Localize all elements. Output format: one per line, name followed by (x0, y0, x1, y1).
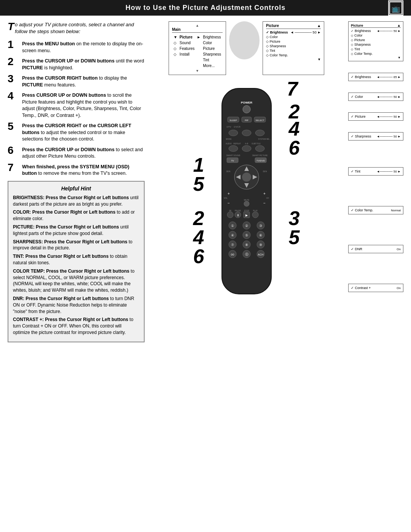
svg-text:⑨: ⑨ (259, 243, 262, 247)
menu-screens-top: ▲ Main ▼Picture►Brightness ◇SoundColor ◇… (148, 21, 344, 75)
hint-color: COLOR: Press the Cursor Right or Left bu… (13, 209, 139, 222)
step-1-number: 1 (8, 39, 19, 50)
step-2-bold: Press the CURSOR UP or DOWN buttons (22, 58, 115, 64)
svg-text:⊙VCR: ⊙VCR (234, 126, 241, 128)
main-content: T o adjust your TV picture controls, sel… (0, 16, 411, 532)
svg-text:①: ① (231, 224, 234, 228)
panel-brightness-item: ✓Brightness ◄────── 50 ► (351, 29, 401, 33)
left-column: T o adjust your TV picture controls, sel… (8, 21, 145, 532)
svg-text:CH: CH (266, 197, 269, 199)
step-4-number: 4 (8, 91, 19, 101)
big-num-4b: 4 (193, 227, 204, 247)
contrast-row: ✓ Contrast + On (351, 285, 401, 291)
main-menu-box: ▲ Main ▼Picture►Brightness ◇SoundColor ◇… (169, 21, 226, 75)
step-5-content: Press the CURSOR RIGHT or the CURSOR LEF… (22, 123, 145, 143)
svg-text:−: − (228, 201, 230, 205)
steps-list: 1 Press the MENU button on the remote to… (8, 41, 145, 177)
sharpness-50-row: ✓ Sharpness ◄────── 50 ► (351, 134, 401, 139)
step-7-bold: When finished, press the SYSTEM MENU (OS… (22, 164, 129, 176)
svg-text:SK: SK (229, 209, 231, 212)
step-3-content: Press the CURSOR RIGHT button to display… (22, 75, 145, 88)
step-3: 3 Press the CURSOR RIGHT button to displ… (8, 75, 145, 88)
panel-color-item: ◇Color (351, 33, 401, 38)
svg-text:−: − (263, 201, 266, 205)
svg-text:DEN: DEN (226, 170, 230, 173)
step-6: 6 Press the CURSOR UP or DOWN buttons to… (8, 147, 145, 160)
svg-point-54 (252, 212, 258, 218)
svg-point-45 (244, 201, 249, 206)
svg-text:POWER: POWER (241, 101, 252, 104)
big-num-3: 3 (289, 208, 300, 228)
contrast-panel: ✓ Contrast + On (348, 284, 403, 292)
remote-svg: POWER SLEEP PIP SELECT ⊙TV (214, 86, 279, 300)
step-2-number: 2 (8, 56, 19, 67)
big-num-2b: 2 (193, 208, 204, 228)
svg-text:+: + (228, 192, 230, 196)
big-num-7: 7 (287, 79, 298, 99)
helpful-hint-title: Helpful Hint (13, 185, 139, 192)
big-num-5: 5 (193, 174, 204, 194)
svg-text:TV/DVD: TV/DVD (256, 160, 265, 162)
svg-text:④: ④ (231, 233, 234, 237)
step-1-bold: Press the MENU button (22, 41, 75, 46)
right-column: Picture▲ ✓Brightness ◄────── 50 ► ◇Color… (348, 21, 403, 532)
hint-sharpness: SHARPNESS: Press the Cursor Right or Lef… (13, 239, 139, 252)
hint-tint: TINT: Press the Cursor Right or Left but… (13, 253, 139, 266)
remote-area: 7 2 4 6 1 5 2 4 6 3 5 POWE (193, 79, 300, 315)
panel-picture-title: Picture▲ (351, 23, 401, 28)
step-1: 1 Press the MENU button on the remote to… (8, 41, 145, 54)
colortemp-panel: ✓ Color Temp. Normal (348, 206, 403, 214)
header-title: How to Use the Picture Adjustment Contro… (126, 4, 285, 12)
hint-dnr: DNR: Press the Cursor Right or Left butt… (13, 296, 139, 315)
svg-text:AUDIO: AUDIO (226, 142, 232, 145)
panel-picture-menu: Picture▲ ✓Brightness ◄────── 50 ► ◇Color… (348, 21, 403, 61)
svg-text:SMART SOUND: SMART SOUND (226, 154, 240, 157)
page-wrapper: How to Use the Picture Adjustment Contro… (0, 0, 411, 532)
step-7-number: 7 (8, 162, 19, 173)
drop-cap: T (8, 21, 14, 32)
step-7: 7 When finished, press the SYSTEM MENU (… (8, 164, 145, 177)
helpful-hint-box: Helpful Hint BRIGHTNESS: Press the Curso… (8, 181, 145, 342)
spacer-3 (348, 103, 403, 110)
center-column: ▲ Main ▼Picture►Brightness ◇SoundColor ◇… (148, 21, 344, 532)
step-2-content: Press the CURSOR UP or DOWN buttons unti… (22, 58, 145, 71)
step-4-bold: Press CURSOR UP or DOWN buttons (22, 93, 106, 98)
svg-text:+: + (263, 192, 266, 196)
svg-point-14 (242, 130, 251, 136)
svg-text:TV: TV (231, 160, 234, 162)
svg-text:SELECT: SELECT (255, 119, 264, 121)
svg-point-22 (229, 145, 238, 152)
svg-text:STOP: STOP (244, 209, 249, 212)
svg-text:⑤: ⑤ (245, 233, 248, 237)
spacer-1 (348, 63, 403, 71)
spacer-6 (348, 177, 403, 204)
svg-point-13 (229, 130, 238, 136)
svg-text:📺: 📺 (392, 5, 400, 13)
step-3-number: 3 (8, 73, 19, 84)
panel-sharpness-item: ◇Sharpness (351, 42, 401, 47)
step-5-bold: Press the CURSOR RIGHT or the CURSOR LEF… (22, 123, 131, 135)
brightness-65-panel: ✓ Brightness ◄────── 65 ► (348, 73, 403, 81)
svg-text:⑧: ⑧ (245, 243, 248, 247)
picture-menu-title: Picture▲ (266, 24, 321, 29)
panel-colortemp-item: ◇Color Temp. (351, 51, 401, 56)
svg-text:PLAY: PLAY (253, 209, 258, 212)
picture-50-row: ✓ Picture ◄────── 50 ► (351, 114, 401, 119)
svg-point-23 (242, 145, 251, 152)
gray-oval (229, 21, 260, 59)
hint-contrast: CONTRAST +: Press the Cursor Right or Le… (13, 316, 139, 335)
step-6-bold: Press the CURSOR UP or DOWN buttons (22, 147, 115, 152)
main-menu-title: Main (172, 27, 223, 33)
dnr-row: ✓ DNR On (351, 246, 401, 252)
step-1-content: Press the MENU button on the remote to d… (22, 41, 145, 54)
svg-text:A-B: A-B (245, 142, 248, 145)
step-6-number: 6 (8, 145, 19, 156)
dnr-panel: ✓ DNR On (348, 245, 403, 253)
svg-text:VOL: VOL (223, 197, 227, 199)
hint-brightness: BRIGHTNESS: Press the Cursor Right or Le… (13, 195, 139, 208)
svg-text:SLEEP: SLEEP (229, 119, 237, 121)
step-3-bold: Press the CURSOR RIGHT button (22, 75, 98, 81)
intro-text: T o adjust your TV picture controls, sel… (8, 21, 145, 35)
svg-point-36 (242, 173, 251, 182)
hint-picture: PICTURE: Press the Cursor Right or Left … (13, 224, 139, 237)
